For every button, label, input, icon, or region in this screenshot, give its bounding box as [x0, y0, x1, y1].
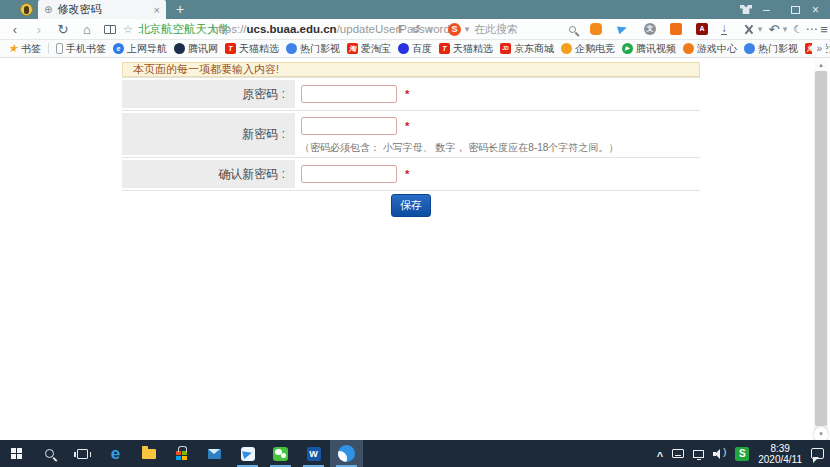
bookmark-item[interactable]: e上网导航: [113, 42, 167, 56]
new-tab-button[interactable]: +: [172, 1, 188, 18]
form-row-confirm-password: 确认新密码 : *: [122, 158, 700, 191]
bookmark-item-bookmarks[interactable]: ★书签: [8, 42, 41, 56]
search-engine-dropdown-icon[interactable]: ▾: [463, 19, 471, 39]
save-row: 保存: [122, 194, 700, 217]
user-avatar[interactable]: [20, 3, 33, 16]
scrollbar-thumb[interactable]: [815, 71, 827, 426]
bookmark-item[interactable]: T天猫精选: [225, 42, 279, 56]
network-button[interactable]: [693, 450, 704, 458]
search-engine-button[interactable]: S: [448, 19, 461, 39]
star-icon: ★: [8, 43, 18, 54]
task-view-button[interactable]: [66, 440, 99, 467]
wechat-app[interactable]: [264, 440, 297, 467]
volume-button[interactable]: ): [713, 449, 726, 459]
skin-button[interactable]: [740, 0, 752, 19]
book-icon: [104, 25, 116, 34]
keyboard-icon: [672, 449, 684, 458]
bookmark-item[interactable]: 腾讯网: [174, 42, 218, 56]
home-button[interactable]: ⌂: [80, 19, 94, 39]
refresh-button[interactable]: ↻: [56, 19, 70, 39]
ime-button[interactable]: S: [735, 447, 749, 461]
bookmark-item[interactable]: 企鹅电竞: [561, 42, 615, 56]
close-button[interactable]: ×: [812, 0, 824, 19]
store-app[interactable]: [165, 440, 198, 467]
bookmark-item[interactable]: ▶腾讯视频: [622, 42, 676, 56]
browser-tab[interactable]: ⊕ 修改密码 ×: [38, 0, 166, 19]
old-password-input[interactable]: [301, 85, 397, 103]
tray-expand-icon[interactable]: ^: [657, 450, 663, 462]
sogou-browser-app[interactable]: [330, 440, 363, 467]
minimize-button[interactable]: –: [763, 0, 775, 19]
compat-mode-icon[interactable]: ↺: [410, 19, 422, 39]
search-icon[interactable]: [566, 19, 578, 39]
more-tools-button[interactable]: ⋯: [806, 19, 818, 39]
new-password-cell: * （密码必须包含： 小写字母、 数字， 密码长度应在8-18个字符之间。）: [295, 111, 700, 157]
skin-icon: [740, 5, 752, 14]
file-explorer-app[interactable]: [132, 440, 165, 467]
screenshot-dropdown-icon[interactable]: ▾: [756, 19, 764, 39]
task-view-icon: [77, 449, 88, 459]
bookmark-item[interactable]: T天猫精选: [439, 42, 493, 56]
bookmark-item[interactable]: 热门影视: [286, 42, 340, 56]
new-password-label: 新密码 :: [122, 113, 295, 155]
bookmark-item[interactable]: 游戏中心: [683, 42, 737, 56]
word-app[interactable]: W: [297, 440, 330, 467]
night-mode-button[interactable]: ☾: [792, 19, 804, 39]
game-center-extension[interactable]: [590, 19, 602, 39]
confirm-password-input[interactable]: [301, 165, 397, 183]
menu-button[interactable]: ≡: [818, 19, 830, 39]
phone-icon: [56, 43, 63, 54]
taskbar-search-button[interactable]: [33, 440, 66, 467]
maximize-button[interactable]: [791, 0, 800, 19]
bookmarks-overflow-button[interactable]: »: [812, 40, 826, 57]
undo-close-button[interactable]: ↶: [768, 19, 780, 39]
taskbar: e W ^ ) S 8:392020/4/11: [0, 440, 830, 467]
mail-app[interactable]: [198, 440, 231, 467]
folder-icon: [142, 449, 156, 459]
divider: [48, 43, 49, 54]
notification-icon: [811, 448, 824, 459]
forward-button[interactable]: ›: [32, 19, 46, 39]
edge-app[interactable]: e: [99, 440, 132, 467]
bird-app-icon: [241, 447, 255, 461]
penguin-esports-icon: [561, 43, 572, 54]
favorite-star-button[interactable]: ☆: [122, 19, 134, 39]
required-asterisk: *: [405, 168, 409, 180]
clock[interactable]: 8:392020/4/11: [758, 443, 802, 465]
tab-close-icon[interactable]: ×: [154, 4, 160, 16]
tmall-icon: T: [225, 43, 236, 54]
undo-dropdown-icon[interactable]: ▾: [781, 19, 789, 39]
start-button[interactable]: [0, 440, 33, 467]
scroll-down-icon[interactable]: ▾: [814, 427, 828, 440]
action-center-button[interactable]: [811, 448, 824, 459]
save-button[interactable]: 保存: [391, 194, 431, 217]
mail-icon: [208, 449, 221, 459]
back-button[interactable]: ‹: [8, 19, 22, 39]
browser-window: ⊕ 修改密码 × + – × ‹ › ↻ ⌂ ☆ 北京航空航天大学 https:…: [0, 0, 830, 467]
bookmark-item[interactable]: 热门影视: [744, 42, 798, 56]
pdf-extension[interactable]: A: [696, 19, 708, 39]
speed-mode-icon[interactable]: F: [396, 19, 406, 39]
shopping-extension[interactable]: [670, 19, 682, 39]
bookmark-item-mobile[interactable]: 手机书签: [56, 42, 106, 56]
old-password-label: 原密码 :: [122, 80, 295, 108]
new-password-input[interactable]: [301, 117, 397, 135]
translate-icon: 文: [644, 23, 656, 35]
search-input[interactable]: 在此搜索: [474, 19, 518, 39]
time-text: 8:39: [770, 443, 789, 454]
bookmark-item[interactable]: JD京东商城: [500, 42, 554, 56]
jd-icon: JD: [500, 43, 511, 54]
bird-app[interactable]: [231, 440, 264, 467]
reading-mode-button[interactable]: [102, 19, 118, 39]
bird-extension[interactable]: [616, 19, 629, 39]
translate-extension[interactable]: 文: [644, 19, 656, 39]
screenshot-button[interactable]: [743, 19, 754, 39]
scrollbar[interactable]: ▴ ▾: [814, 58, 828, 440]
bookmark-item[interactable]: 淘爱淘宝: [347, 42, 391, 56]
bookmark-item[interactable]: 百度: [398, 42, 432, 56]
scroll-up-icon[interactable]: ▴: [814, 58, 828, 71]
game-center-icon: [683, 43, 694, 54]
touch-keyboard-button[interactable]: [672, 449, 684, 458]
url-dropdown-icon[interactable]: ∨: [425, 19, 435, 39]
download-button[interactable]: ↓: [721, 19, 727, 39]
